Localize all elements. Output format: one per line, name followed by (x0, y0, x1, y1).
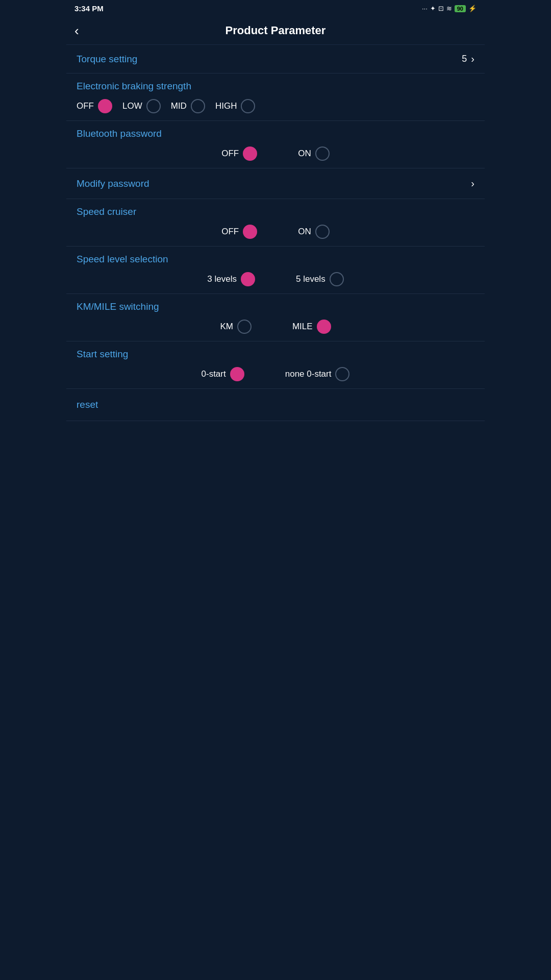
torque-value: 5 (462, 54, 467, 64)
none0start-option[interactable]: none 0-start (285, 367, 350, 381)
bluetooth-off-option[interactable]: OFF (221, 146, 257, 161)
start-setting-section: Start setting 0-start none 0-start (66, 341, 485, 389)
mile-label: MILE (292, 322, 313, 332)
speed-cruiser-section: Speed cruiser OFF ON (66, 199, 485, 247)
torque-label: Torque setting (77, 54, 137, 65)
status-bar: 3:34 PM ··· ✦ ⊡ ≋ 90 ⚡ (66, 0, 485, 17)
bluetooth-password-label: Bluetooth password (77, 128, 474, 139)
bluetooth-off-label: OFF (221, 149, 239, 159)
braking-high-label: HIGH (215, 101, 237, 111)
signal-dots-icon: ··· (422, 5, 428, 12)
speed-cruiser-off-label: OFF (221, 227, 239, 237)
km-label: KM (220, 322, 233, 332)
page-header: ‹ Product Parameter (66, 17, 485, 45)
electronic-braking-section: Electronic braking strength OFF LOW MID … (66, 74, 485, 121)
speed-cruiser-on-label: ON (298, 227, 311, 237)
speed-cruiser-label: Speed cruiser (77, 206, 474, 217)
bluetooth-on-option[interactable]: ON (298, 146, 330, 161)
speed-5levels-radio[interactable] (330, 272, 344, 286)
torque-chevron-icon: › (471, 53, 474, 65)
speed-5levels-option[interactable]: 5 levels (296, 272, 344, 286)
km-mile-section: KM/MILE switching KM MILE (66, 294, 485, 341)
bluetooth-icon: ✦ (430, 5, 436, 12)
back-button[interactable]: ‹ (74, 23, 79, 39)
speed-cruiser-off-option[interactable]: OFF (221, 225, 257, 239)
reset-row[interactable]: reset (66, 389, 485, 421)
start-setting-options: 0-start none 0-start (77, 367, 474, 381)
none0start-radio[interactable] (335, 367, 349, 381)
electronic-braking-options: OFF LOW MID HIGH (77, 99, 474, 113)
status-time: 3:34 PM (74, 4, 104, 13)
battery-indicator: 90 (455, 5, 466, 12)
km-option[interactable]: KM (220, 320, 252, 334)
speed-cruiser-on-radio[interactable] (315, 225, 330, 239)
braking-low-radio[interactable] (146, 99, 161, 113)
torque-value-group: 5 › (462, 53, 474, 65)
speed-cruiser-options: OFF ON (77, 225, 474, 239)
braking-off-option[interactable]: OFF (77, 99, 112, 113)
km-mile-options: KM MILE (77, 320, 474, 334)
page-title: Product Parameter (226, 24, 326, 37)
speed-level-section: Speed level selection 3 levels 5 levels (66, 247, 485, 294)
braking-off-radio[interactable] (98, 99, 112, 113)
braking-high-option[interactable]: HIGH (215, 99, 256, 113)
none0start-label: none 0-start (285, 369, 332, 379)
modify-password-row[interactable]: Modify password › (66, 168, 485, 199)
speed-3levels-label: 3 levels (207, 274, 237, 284)
electronic-braking-label: Electronic braking strength (77, 81, 474, 92)
0start-option[interactable]: 0-start (202, 367, 244, 381)
modify-password-chevron-icon: › (471, 178, 474, 189)
wifi-icon: ≋ (446, 5, 452, 12)
bluetooth-on-label: ON (298, 149, 311, 159)
mile-option[interactable]: MILE (292, 320, 331, 334)
km-mile-label: KM/MILE switching (77, 301, 474, 312)
start-setting-label: Start setting (77, 349, 474, 360)
braking-low-label: LOW (122, 101, 142, 111)
speed-5levels-label: 5 levels (296, 274, 325, 284)
braking-high-radio[interactable] (241, 99, 255, 113)
speed-level-options: 3 levels 5 levels (77, 272, 474, 286)
bluetooth-off-radio[interactable] (243, 146, 257, 161)
speed-3levels-option[interactable]: 3 levels (207, 272, 255, 286)
modify-password-label: Modify password (77, 178, 149, 189)
status-icons: ··· ✦ ⊡ ≋ 90 ⚡ (422, 5, 477, 12)
mile-radio[interactable] (317, 320, 331, 334)
settings-list: Torque setting 5 › Electronic braking st… (66, 45, 485, 421)
speed-level-label: Speed level selection (77, 254, 474, 265)
braking-mid-radio[interactable] (191, 99, 205, 113)
bluetooth-password-options: OFF ON (77, 146, 474, 161)
charging-icon: ⚡ (468, 5, 477, 12)
braking-mid-label: MID (171, 101, 187, 111)
braking-mid-option[interactable]: MID (171, 99, 205, 113)
torque-setting-row[interactable]: Torque setting 5 › (66, 45, 485, 74)
km-radio[interactable] (237, 320, 252, 334)
bluetooth-password-section: Bluetooth password OFF ON (66, 121, 485, 168)
speed-cruiser-off-radio[interactable] (243, 225, 257, 239)
speed-cruiser-on-option[interactable]: ON (298, 225, 330, 239)
reset-label: reset (77, 399, 98, 410)
braking-off-label: OFF (77, 101, 94, 111)
0start-radio[interactable] (230, 367, 244, 381)
sim-icon: ⊡ (438, 5, 444, 12)
speed-3levels-radio[interactable] (241, 272, 255, 286)
bluetooth-on-radio[interactable] (315, 146, 330, 161)
0start-label: 0-start (202, 369, 226, 379)
braking-low-option[interactable]: LOW (122, 99, 161, 113)
